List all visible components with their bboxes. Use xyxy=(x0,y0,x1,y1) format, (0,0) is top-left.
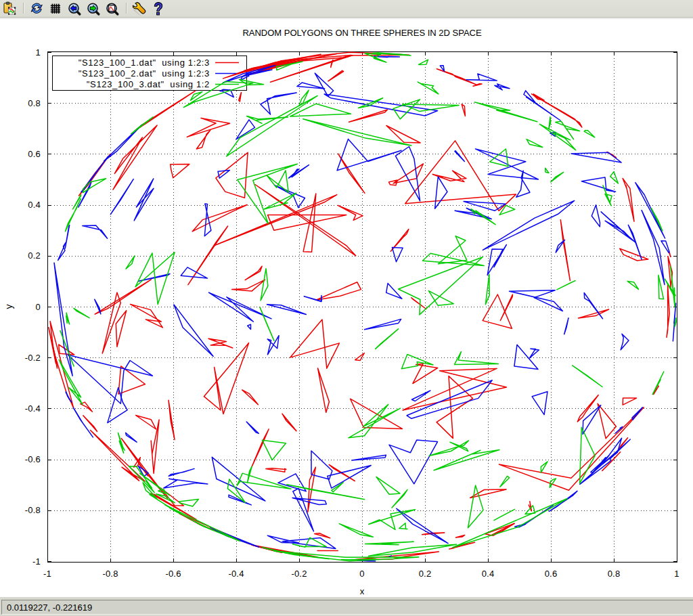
svg-text:0.8: 0.8 xyxy=(608,569,621,579)
svg-text:-0.8: -0.8 xyxy=(102,569,118,579)
svg-text:0.6: 0.6 xyxy=(545,569,558,579)
svg-text:"S123_100_2.dat" using 1:2:3: "S123_100_2.dat" using 1:2:3 xyxy=(79,68,210,79)
svg-text:-0.2: -0.2 xyxy=(291,569,307,579)
svg-text:"S123_100_1.dat" using 1:2:3: "S123_100_1.dat" using 1:2:3 xyxy=(79,58,210,68)
svg-text:-0.4: -0.4 xyxy=(25,403,41,414)
svg-text:x: x xyxy=(360,586,365,596)
svg-text:0.8: 0.8 xyxy=(28,98,41,108)
svg-text:-0.6: -0.6 xyxy=(25,454,41,464)
svg-text:-0.8: -0.8 xyxy=(25,505,41,515)
svg-text:0.6: 0.6 xyxy=(28,149,41,159)
svg-text:-1: -1 xyxy=(43,569,51,579)
svg-text:-0.4: -0.4 xyxy=(228,569,244,579)
svg-text:1: 1 xyxy=(674,569,679,579)
svg-text:-0.6: -0.6 xyxy=(165,569,181,579)
svg-text:0.4: 0.4 xyxy=(28,200,41,210)
svg-text:0.4: 0.4 xyxy=(482,569,495,579)
svg-text:0: 0 xyxy=(359,569,364,579)
svg-text:RANDOM POLYGONS ON THREE SPHER: RANDOM POLYGONS ON THREE SPHERES IN 2D S… xyxy=(242,28,482,38)
svg-text:-0.2: -0.2 xyxy=(25,353,41,363)
svg-text:0.2: 0.2 xyxy=(419,569,432,579)
svg-text:0.2: 0.2 xyxy=(28,250,41,261)
svg-text:y: y xyxy=(3,304,14,309)
svg-text:1: 1 xyxy=(36,47,41,58)
svg-text:0: 0 xyxy=(36,302,41,312)
svg-text:"S123_100_3.dat" using 1:2: "S123_100_3.dat" using 1:2 xyxy=(87,79,210,89)
svg-text:-1: -1 xyxy=(32,556,41,567)
